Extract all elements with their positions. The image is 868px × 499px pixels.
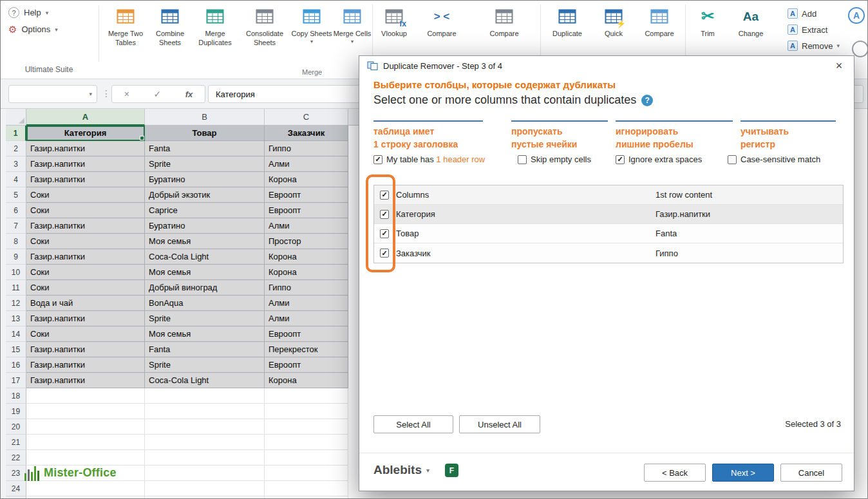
cell-B23[interactable] (145, 466, 265, 481)
insert-function-icon[interactable]: fx (185, 89, 193, 99)
row-header-12[interactable]: 12 (6, 296, 26, 311)
cell-B3[interactable]: Sprite (145, 156, 265, 172)
column-checkbox[interactable] (380, 229, 389, 238)
cell-B1[interactable]: Товар (145, 126, 265, 141)
cell-B24[interactable] (145, 481, 265, 496)
cell-C16[interactable]: Евроопт (265, 357, 348, 373)
cell-B20[interactable] (145, 419, 265, 435)
close-icon[interactable]: × (829, 58, 849, 73)
cell-A21[interactable] (26, 435, 145, 450)
select-all-corner[interactable] (6, 109, 26, 126)
enter-icon[interactable]: ✓ (153, 89, 161, 99)
cell-B18[interactable] (145, 388, 265, 404)
cell-B22[interactable] (145, 450, 265, 466)
cell-A8[interactable]: Соки (26, 234, 145, 249)
cell-A9[interactable]: Газир.напитки (26, 249, 145, 265)
cell-A2[interactable]: Газир.напитки (26, 141, 145, 156)
ribbon-button-vlookup-6[interactable]: fxVlookup (373, 3, 415, 64)
cell-A20[interactable] (26, 419, 145, 435)
column-checkbox[interactable] (380, 210, 389, 219)
cell-A12[interactable]: Вода и чай (26, 296, 145, 311)
cell-B13[interactable]: Sprite (145, 311, 265, 326)
unselect-all-button[interactable]: Unselect All (459, 415, 540, 433)
row-header-24[interactable]: 24 (6, 481, 26, 496)
cell-B6[interactable]: Caprice (145, 203, 265, 218)
cell-B7[interactable]: Буратино (145, 218, 265, 234)
row-header-25[interactable]: 25 (6, 496, 26, 499)
cell-B9[interactable]: Coca-Cola Light (145, 249, 265, 265)
cell-B4[interactable]: Буратино (145, 172, 265, 187)
ribbon-button-duplicate-9[interactable]: Duplicate (542, 3, 593, 64)
row-header-13[interactable]: 13 (6, 311, 26, 326)
extract-button[interactable]: AExtract (788, 24, 840, 35)
row-header-2[interactable]: 2 (6, 141, 26, 156)
cell-A18[interactable] (26, 388, 145, 404)
cell-C11[interactable]: Гиппо (265, 280, 348, 296)
cell-C19[interactable] (265, 404, 348, 419)
drag-handle-icon[interactable]: ⋮ (102, 88, 111, 99)
column-header-B[interactable]: B (145, 109, 265, 126)
cell-C10[interactable]: Корона (265, 265, 348, 280)
ribbon-button-merge-two-tables-0[interactable]: Merge Two Tables (102, 3, 149, 64)
cell-C14[interactable]: Евроопт (265, 326, 348, 342)
ribbon-button-quick-10[interactable]: ⚡Quick (593, 3, 634, 64)
columns-table-row-Товар[interactable]: ТоварFanta (374, 224, 843, 243)
row-header-18[interactable]: 18 (6, 388, 26, 404)
case-sensitive-checkbox[interactable] (728, 155, 737, 164)
ignore-extra-spaces-checkbox[interactable] (616, 155, 625, 164)
cell-A19[interactable] (26, 404, 145, 419)
cell-B19[interactable] (145, 404, 265, 419)
row-header-4[interactable]: 4 (6, 172, 26, 187)
ignore-extra-spaces-option[interactable]: Ignore extra spaces (616, 155, 702, 164)
ribbon-button-compare-7[interactable]: > <Compare (415, 3, 469, 64)
cell-A3[interactable]: Газир.напитки (26, 156, 145, 172)
row-header-17[interactable]: 17 (6, 373, 26, 388)
ribbon-button-merge-cells-5[interactable]: Merge Cells▾ (333, 3, 372, 64)
header-row-link[interactable]: 1 header row (436, 155, 485, 164)
cell-A1[interactable]: Категория (26, 126, 145, 141)
cell-C22[interactable] (265, 450, 348, 466)
cell-C4[interactable]: Корона (265, 172, 348, 187)
dialog-titlebar[interactable]: Duplicate Remover - Step 3 of 4 × (359, 56, 854, 75)
column-checkbox[interactable] (380, 191, 389, 200)
row-header-1[interactable]: 1 (6, 126, 26, 141)
cell-B15[interactable]: Fanta (145, 342, 265, 357)
cell-A15[interactable]: Газир.напитки (26, 342, 145, 357)
cell-B21[interactable] (145, 435, 265, 450)
cell-A22[interactable] (26, 450, 145, 466)
cell-A17[interactable]: Газир.напитки (26, 373, 145, 388)
ribbon-button-merge-duplicates-2[interactable]: Merge Duplicates (191, 3, 239, 64)
cell-C25[interactable] (265, 496, 348, 499)
cell-C7[interactable]: Алми (265, 218, 348, 234)
cell-A13[interactable]: Газир.напитки (26, 311, 145, 326)
remove-button[interactable]: ARemove▾ (788, 41, 840, 51)
cell-B25[interactable] (145, 496, 265, 499)
row-header-15[interactable]: 15 (6, 342, 26, 357)
my-table-has-header-checkbox[interactable] (373, 155, 382, 164)
column-header-A[interactable]: A (26, 109, 145, 126)
row-header-6[interactable]: 6 (6, 203, 26, 218)
row-header-9[interactable]: 9 (6, 249, 26, 265)
row-header-20[interactable]: 20 (6, 419, 26, 435)
cell-B8[interactable]: Моя семья (145, 234, 265, 249)
cell-B2[interactable]: Fanta (145, 141, 265, 156)
next-button[interactable]: Next > (712, 464, 774, 482)
columns-table-header-row[interactable]: Columns1st row content (374, 185, 843, 205)
ablebits-brand[interactable]: Ablebits ▾ (373, 463, 429, 477)
help-circle-icon[interactable]: ? (641, 95, 653, 106)
cell-C2[interactable]: Гиппо (265, 141, 348, 156)
row-header-19[interactable]: 19 (6, 404, 26, 419)
ribbon-button-consolidate-sheets-3[interactable]: Consolidate Sheets (239, 3, 290, 64)
case-sensitive-option[interactable]: Case-sensitive match (728, 155, 820, 164)
cell-B10[interactable]: Моя семья (145, 265, 265, 280)
ribbon-button-trim-12[interactable]: ✂Trim (686, 3, 729, 64)
cell-A16[interactable]: Газир.напитки (26, 357, 145, 373)
cell-B11[interactable]: Добрый виноград (145, 280, 265, 296)
select-all-button[interactable]: Select All (373, 415, 453, 433)
cell-C24[interactable] (265, 481, 348, 496)
columns-table-row-Категория[interactable]: КатегорияГазир.напитки (374, 205, 843, 224)
row-header-5[interactable]: 5 (6, 187, 26, 203)
cell-A10[interactable]: Соки (26, 265, 145, 280)
ribbon-button-copy-sheets-4[interactable]: Copy Sheets▾ (290, 3, 333, 64)
cell-C8[interactable]: Простор (265, 234, 348, 249)
